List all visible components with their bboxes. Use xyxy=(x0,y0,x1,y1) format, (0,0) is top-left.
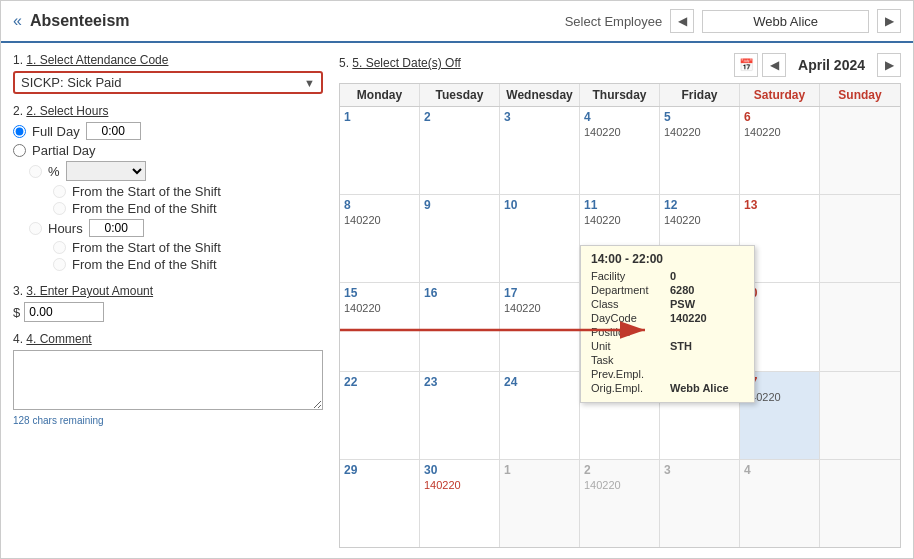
schedule-tooltip: 14:00 - 22:00 Facility0 Department6280 C… xyxy=(580,245,755,403)
cal-cell-apr9[interactable]: 9 xyxy=(420,195,500,282)
cal-cell-apr8[interactable]: 8140220 xyxy=(340,195,420,282)
calendar-week-2: 8140220 9 10 11 140220 14:00 - 22:00 Fac… xyxy=(340,195,900,283)
partial-day-sub: % From the Start of the Shift From the E xyxy=(29,161,323,272)
full-day-label: Full Day xyxy=(32,124,80,139)
tooltip-position: Position xyxy=(591,326,744,338)
chars-remaining: 128 chars remaining xyxy=(13,415,323,426)
calendar-nav: 📅 ◀ April 2024 ▶ xyxy=(734,53,901,77)
payout-input[interactable] xyxy=(24,302,104,322)
calendar-day-headers: Monday Tuesday Wednesday Thursday Friday… xyxy=(340,84,900,107)
back-icon[interactable]: « xyxy=(13,12,22,30)
cal-cell-apr30[interactable]: 30140220 xyxy=(420,460,500,547)
cal-cell-may2[interactable]: 2140220 xyxy=(580,460,660,547)
cal-cell-apr15[interactable]: 15140220 xyxy=(340,283,420,370)
percent-label: % xyxy=(48,164,60,179)
cal-cell-apr29[interactable]: 29 xyxy=(340,460,420,547)
tooltip-time: 14:00 - 22:00 xyxy=(591,252,744,266)
percent-row: % xyxy=(29,161,323,181)
tooltip-department: Department6280 xyxy=(591,284,744,296)
hours-radio[interactable] xyxy=(29,222,42,235)
cal-cell-apr5[interactable]: 5140220 xyxy=(660,107,740,194)
from-end-shift1-radio[interactable] xyxy=(53,202,66,215)
dropdown-arrow-icon: ▼ xyxy=(304,77,315,89)
from-start-shift2-radio[interactable] xyxy=(53,241,66,254)
full-day-radio[interactable] xyxy=(13,125,26,138)
calendar-icon-button[interactable]: 📅 xyxy=(734,53,758,77)
tooltip-task: Task xyxy=(591,354,744,366)
cal-cell-apr4[interactable]: 4140220 xyxy=(580,107,660,194)
cal-cell-w1-sun xyxy=(820,107,900,194)
from-start-shift1-radio[interactable] xyxy=(53,185,66,198)
cal-cell-may1[interactable]: 1 xyxy=(500,460,580,547)
tooltip-unit: UnitSTH xyxy=(591,340,744,352)
hours-row: Hours xyxy=(29,219,323,237)
from-end-shift2-label: From the End of the Shift xyxy=(72,257,217,272)
cal-cell-may4[interactable]: 4 xyxy=(740,460,820,547)
calendar-weeks: 1 2 3 4140220 5140220 6140220 8140220 9 … xyxy=(340,107,900,547)
from-start-shift2-label: From the Start of the Shift xyxy=(72,240,221,255)
attendance-code-section: 1. 1. Select Attendance Code SICKP: Sick… xyxy=(13,53,323,94)
section1-title: 1. 1. Select Attendance Code xyxy=(13,53,323,67)
dollar-sign: $ xyxy=(13,305,20,320)
percent-select[interactable] xyxy=(66,161,146,181)
hours-label: Hours xyxy=(48,221,83,236)
cal-cell-may3[interactable]: 3 xyxy=(660,460,740,547)
cal-cell-apr3[interactable]: 3 xyxy=(500,107,580,194)
employee-name: Webb Alice xyxy=(702,10,869,33)
payout-section: 3. 3. Enter Payout Amount $ xyxy=(13,284,323,322)
percent-radio[interactable] xyxy=(29,165,42,178)
calendar-next-button[interactable]: ▶ xyxy=(877,53,901,77)
cal-cell-apr2[interactable]: 2 xyxy=(420,107,500,194)
day-header-friday: Friday xyxy=(660,84,740,106)
from-end-shift2-radio[interactable] xyxy=(53,258,66,271)
partial-day-row: Partial Day xyxy=(13,143,323,158)
attendance-code-dropdown[interactable]: SICKP: Sick Paid ▼ xyxy=(13,71,323,94)
day-header-wednesday: Wednesday xyxy=(500,84,580,106)
payout-row: $ xyxy=(13,302,323,322)
employee-next-button[interactable]: ▶ xyxy=(877,9,901,33)
section5-title: 5. 5. Select Date(s) Off xyxy=(339,56,461,70)
cal-cell-apr6[interactable]: 6140220 xyxy=(740,107,820,194)
tooltip-daycode: DayCode140220 xyxy=(591,312,744,324)
from-end-shift1-row: From the End of the Shift xyxy=(53,201,323,216)
shift-sub-1: From the Start of the Shift From the End… xyxy=(53,184,323,216)
employee-selector: Select Employee ◀ Webb Alice ▶ xyxy=(565,9,901,33)
cal-cell-apr16[interactable]: 16 xyxy=(420,283,500,370)
from-start-shift1-label: From the Start of the Shift xyxy=(72,184,221,199)
cal-cell-apr10[interactable]: 10 xyxy=(500,195,580,282)
cal-cell-apr1[interactable]: 1 xyxy=(340,107,420,194)
cal-cell-apr22[interactable]: 22 xyxy=(340,372,420,459)
cal-cell-w2-sun xyxy=(820,195,900,282)
tooltip-class: ClassPSW xyxy=(591,298,744,310)
day-header-tuesday: Tuesday xyxy=(420,84,500,106)
comment-textarea[interactable] xyxy=(13,350,323,410)
calendar-header: 5. 5. Select Date(s) Off 📅 ◀ April 2024 … xyxy=(339,53,901,77)
left-panel: 1. 1. Select Attendance Code SICKP: Sick… xyxy=(13,53,323,548)
calendar-week-5: 29 30140220 1 2140220 3 4 xyxy=(340,460,900,547)
partial-day-radio[interactable] xyxy=(13,144,26,157)
hours-input[interactable] xyxy=(89,219,144,237)
from-end-shift1-label: From the End of the Shift xyxy=(72,201,217,216)
day-header-thursday: Thursday xyxy=(580,84,660,106)
calendar-prev-button[interactable]: ◀ xyxy=(762,53,786,77)
day-header-sunday: Sunday xyxy=(820,84,900,106)
main-content: 1. 1. Select Attendance Code SICKP: Sick… xyxy=(1,43,913,558)
cal-cell-apr24[interactable]: 24 xyxy=(500,372,580,459)
tooltip-prev-empl: Prev.Empl. xyxy=(591,368,744,380)
cal-cell-apr17[interactable]: 17140220 xyxy=(500,283,580,370)
month-year-label: April 2024 xyxy=(790,57,873,73)
from-end-shift2-row: From the End of the Shift xyxy=(53,257,323,272)
section4-title: 4. 4. Comment xyxy=(13,332,323,346)
full-day-row: Full Day xyxy=(13,122,323,140)
section3-title: 3. 3. Enter Payout Amount xyxy=(13,284,323,298)
day-header-monday: Monday xyxy=(340,84,420,106)
cal-cell-apr23[interactable]: 23 xyxy=(420,372,500,459)
cal-cell-apr11[interactable]: 11 140220 14:00 - 22:00 Facility0 Depart… xyxy=(580,195,660,282)
page-title: Absenteeism xyxy=(30,12,130,30)
employee-selector-label: Select Employee xyxy=(565,14,663,29)
employee-prev-button[interactable]: ◀ xyxy=(670,9,694,33)
tooltip-orig-empl: Orig.Empl.Webb Alice xyxy=(591,382,744,394)
app-container: « Absenteeism Select Employee ◀ Webb Ali… xyxy=(0,0,914,559)
full-day-input[interactable] xyxy=(86,122,141,140)
calendar-week-1: 1 2 3 4140220 5140220 6140220 xyxy=(340,107,900,195)
